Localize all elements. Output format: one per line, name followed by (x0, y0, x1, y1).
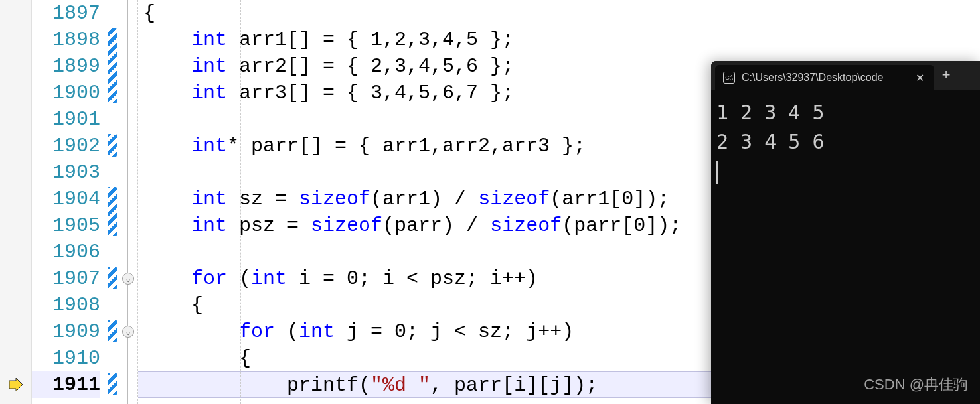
terminal-tabbar: C:\ C:\Users\32937\Desktop\code ✕ + (711, 61, 980, 90)
change-marker (108, 134, 117, 157)
breakpoint-gutter[interactable] (0, 0, 32, 404)
output-line: 2 3 4 5 6 (716, 130, 825, 153)
change-marker (108, 373, 117, 395)
change-marker (108, 320, 117, 342)
line-number: 1910 (32, 345, 100, 371)
output-line: 1 2 3 4 5 (716, 101, 825, 124)
execution-arrow-icon (8, 377, 24, 393)
line-number: 1905 (32, 212, 100, 239)
code-line[interactable]: { (138, 0, 980, 27)
change-marker (108, 28, 117, 103)
fold-toggle-icon[interactable]: ⌄ (122, 326, 134, 338)
close-tab-button[interactable]: ✕ (913, 71, 926, 84)
line-number: 1902 (32, 133, 100, 159)
fold-toggle-icon[interactable]: ⌄ (122, 273, 134, 285)
line-number: 1899 (32, 53, 100, 80)
line-number: 1907 (32, 265, 100, 292)
line-number-current: 1911 (32, 371, 100, 398)
terminal-tab[interactable]: C:\ C:\Users\32937\Desktop\code ✕ (715, 65, 934, 90)
change-indicator-gutter (106, 0, 120, 404)
fold-gutter: ⌄ ⌄ (120, 0, 138, 404)
code-line[interactable]: int arr1[] = { 1,2,3,4,5 }; (138, 27, 980, 53)
line-number: 1900 (32, 80, 100, 106)
line-number-gutter: 1897 1898 1899 1900 1901 1902 1903 1904 … (32, 0, 106, 404)
line-number: 1898 (32, 27, 100, 53)
line-number: 1897 (32, 0, 100, 27)
change-marker (108, 267, 117, 289)
line-number: 1908 (32, 292, 100, 318)
line-number: 1909 (32, 318, 100, 345)
cmd-prompt-icon: C:\ (723, 72, 735, 84)
terminal-tab-title: C:\Users\32937\Desktop\code (742, 72, 906, 84)
terminal-output[interactable]: 1 2 3 4 5 2 3 4 5 6 (711, 90, 980, 404)
new-tab-button[interactable]: + (934, 61, 958, 90)
line-number: 1906 (32, 239, 100, 265)
line-number: 1904 (32, 186, 100, 212)
line-number: 1903 (32, 159, 100, 186)
terminal-window: C:\ C:\Users\32937\Desktop\code ✕ + 1 2 … (711, 61, 980, 404)
change-marker (108, 187, 117, 236)
terminal-cursor (716, 161, 718, 184)
line-number: 1901 (32, 106, 100, 133)
